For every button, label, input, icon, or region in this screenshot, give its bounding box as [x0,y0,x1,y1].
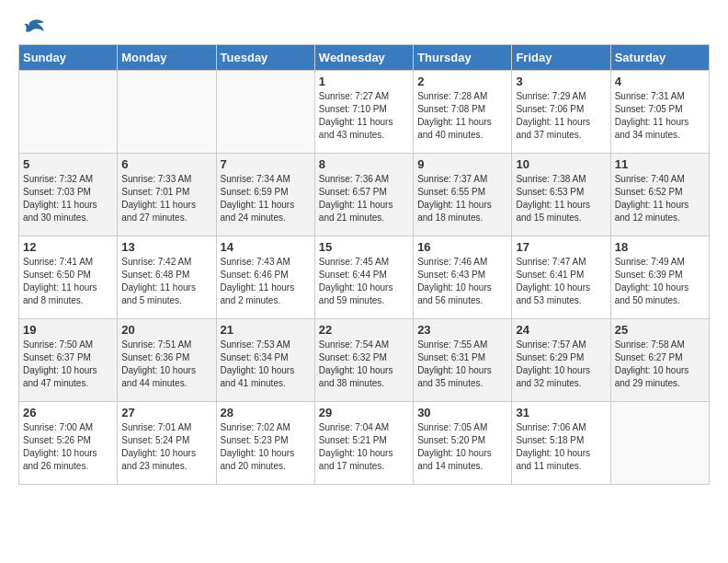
calendar-cell: 31Sunrise: 7:06 AM Sunset: 5:18 PM Dayli… [512,402,610,485]
calendar-cell: 14Sunrise: 7:43 AM Sunset: 6:46 PM Dayli… [216,236,314,319]
day-info: Sunrise: 7:50 AM Sunset: 6:37 PM Dayligh… [23,339,113,390]
day-number: 26 [23,406,113,419]
day-info: Sunrise: 7:37 AM Sunset: 6:55 PM Dayligh… [417,173,507,224]
calendar-cell: 10Sunrise: 7:38 AM Sunset: 6:53 PM Dayli… [512,154,610,236]
calendar-cell: 8Sunrise: 7:36 AM Sunset: 6:57 PM Daylig… [314,154,413,236]
day-info: Sunrise: 7:32 AM Sunset: 7:03 PM Dayligh… [23,173,113,224]
calendar-cell: 3Sunrise: 7:29 AM Sunset: 7:06 PM Daylig… [512,71,610,154]
day-header-thursday: Thursday [414,45,512,71]
day-number: 19 [23,323,113,337]
calendar-cell: 11Sunrise: 7:40 AM Sunset: 6:52 PM Dayli… [610,154,709,236]
day-number: 31 [516,406,606,419]
calendar-cell: 15Sunrise: 7:45 AM Sunset: 6:44 PM Dayli… [314,236,413,319]
calendar-cell: 29Sunrise: 7:04 AM Sunset: 5:21 PM Dayli… [314,402,413,485]
day-info: Sunrise: 7:02 AM Sunset: 5:23 PM Dayligh… [221,421,311,473]
day-info: Sunrise: 7:31 AM Sunset: 7:05 PM Dayligh… [615,90,705,142]
day-number: 12 [23,240,113,254]
day-header-monday: Monday [118,45,216,71]
day-number: 3 [516,75,606,88]
calendar-cell: 4Sunrise: 7:31 AM Sunset: 7:05 PM Daylig… [610,71,709,154]
day-info: Sunrise: 7:49 AM Sunset: 6:39 PM Dayligh… [615,256,705,307]
day-info: Sunrise: 7:47 AM Sunset: 6:41 PM Dayligh… [516,256,606,307]
calendar-cell: 27Sunrise: 7:01 AM Sunset: 5:24 PM Dayli… [118,402,216,485]
day-header-saturday: Saturday [610,45,709,71]
day-number: 18 [615,240,705,254]
day-info: Sunrise: 7:58 AM Sunset: 6:27 PM Dayligh… [615,339,705,390]
logo [18,18,46,35]
day-info: Sunrise: 7:38 AM Sunset: 6:53 PM Dayligh… [516,173,606,224]
calendar-cell [610,402,709,485]
day-info: Sunrise: 7:28 AM Sunset: 7:08 PM Dayligh… [417,90,507,142]
logo-bird-icon [20,18,46,39]
calendar-cell: 16Sunrise: 7:46 AM Sunset: 6:43 PM Dayli… [414,236,512,319]
day-number: 25 [615,323,705,337]
calendar-cell: 2Sunrise: 7:28 AM Sunset: 7:08 PM Daylig… [414,71,512,154]
day-number: 15 [319,240,409,254]
day-number: 27 [121,406,211,419]
day-number: 1 [319,75,409,88]
day-header-sunday: Sunday [19,45,118,71]
calendar-cell: 28Sunrise: 7:02 AM Sunset: 5:23 PM Dayli… [216,402,314,485]
day-number: 22 [319,323,409,337]
day-header-wednesday: Wednesday [314,45,413,71]
day-number: 23 [417,323,507,337]
day-number: 28 [221,406,311,419]
calendar-cell: 23Sunrise: 7:55 AM Sunset: 6:31 PM Dayli… [414,319,512,402]
day-number: 7 [221,157,311,171]
day-number: 2 [417,75,507,88]
day-info: Sunrise: 7:00 AM Sunset: 5:26 PM Dayligh… [23,421,113,473]
calendar-cell: 24Sunrise: 7:57 AM Sunset: 6:29 PM Dayli… [512,319,610,402]
day-number: 9 [417,157,507,171]
calendar-cell: 22Sunrise: 7:54 AM Sunset: 6:32 PM Dayli… [314,319,413,402]
day-number: 11 [615,157,705,171]
calendar-cell: 9Sunrise: 7:37 AM Sunset: 6:55 PM Daylig… [414,154,512,236]
day-number: 16 [417,240,507,254]
day-info: Sunrise: 7:29 AM Sunset: 7:06 PM Dayligh… [516,90,606,142]
day-info: Sunrise: 7:05 AM Sunset: 5:20 PM Dayligh… [417,421,507,473]
day-info: Sunrise: 7:41 AM Sunset: 6:50 PM Dayligh… [23,256,113,307]
day-info: Sunrise: 7:54 AM Sunset: 6:32 PM Dayligh… [319,339,409,390]
day-info: Sunrise: 7:55 AM Sunset: 6:31 PM Dayligh… [417,339,507,390]
day-number: 20 [121,323,211,337]
day-info: Sunrise: 7:40 AM Sunset: 6:52 PM Dayligh… [615,173,705,224]
calendar-cell: 12Sunrise: 7:41 AM Sunset: 6:50 PM Dayli… [19,236,118,319]
calendar-cell [216,71,314,154]
calendar-cell: 20Sunrise: 7:51 AM Sunset: 6:36 PM Dayli… [118,319,216,402]
day-info: Sunrise: 7:01 AM Sunset: 5:24 PM Dayligh… [121,421,211,473]
day-header-tuesday: Tuesday [216,45,314,71]
day-info: Sunrise: 7:51 AM Sunset: 6:36 PM Dayligh… [121,339,211,390]
day-number: 17 [516,240,606,254]
calendar-cell: 1Sunrise: 7:27 AM Sunset: 7:10 PM Daylig… [314,71,413,154]
day-info: Sunrise: 7:27 AM Sunset: 7:10 PM Dayligh… [319,90,409,142]
calendar-cell: 6Sunrise: 7:33 AM Sunset: 7:01 PM Daylig… [118,154,216,236]
day-info: Sunrise: 7:43 AM Sunset: 6:46 PM Dayligh… [221,256,311,307]
day-number: 13 [121,240,211,254]
day-info: Sunrise: 7:57 AM Sunset: 6:29 PM Dayligh… [516,339,606,390]
day-info: Sunrise: 7:53 AM Sunset: 6:34 PM Dayligh… [221,339,311,390]
day-number: 4 [615,75,705,88]
day-number: 30 [417,406,507,419]
calendar-cell: 18Sunrise: 7:49 AM Sunset: 6:39 PM Dayli… [610,236,709,319]
day-number: 8 [319,157,409,171]
calendar-cell: 17Sunrise: 7:47 AM Sunset: 6:41 PM Dayli… [512,236,610,319]
header-section [18,18,710,35]
day-info: Sunrise: 7:04 AM Sunset: 5:21 PM Dayligh… [319,421,409,473]
day-number: 10 [516,157,606,171]
day-info: Sunrise: 7:34 AM Sunset: 6:59 PM Dayligh… [221,173,311,224]
calendar-cell: 13Sunrise: 7:42 AM Sunset: 6:48 PM Dayli… [118,236,216,319]
calendar-cell: 7Sunrise: 7:34 AM Sunset: 6:59 PM Daylig… [216,154,314,236]
calendar-cell: 21Sunrise: 7:53 AM Sunset: 6:34 PM Dayli… [216,319,314,402]
calendar-cell: 30Sunrise: 7:05 AM Sunset: 5:20 PM Dayli… [414,402,512,485]
day-info: Sunrise: 7:33 AM Sunset: 7:01 PM Dayligh… [121,173,211,224]
calendar-cell: 25Sunrise: 7:58 AM Sunset: 6:27 PM Dayli… [610,319,709,402]
calendar-cell: 19Sunrise: 7:50 AM Sunset: 6:37 PM Dayli… [19,319,118,402]
day-number: 21 [221,323,311,337]
day-number: 6 [121,157,211,171]
day-number: 24 [516,323,606,337]
day-info: Sunrise: 7:42 AM Sunset: 6:48 PM Dayligh… [121,256,211,307]
day-number: 29 [319,406,409,419]
day-header-friday: Friday [512,45,610,71]
day-info: Sunrise: 7:46 AM Sunset: 6:43 PM Dayligh… [417,256,507,307]
day-number: 14 [221,240,311,254]
day-info: Sunrise: 7:45 AM Sunset: 6:44 PM Dayligh… [319,256,409,307]
